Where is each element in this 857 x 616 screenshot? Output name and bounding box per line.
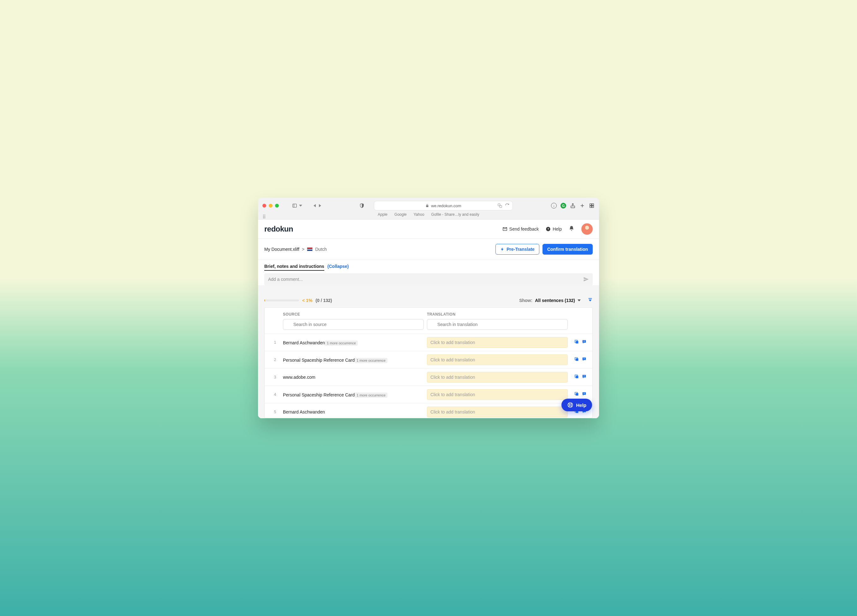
table-row: 5 Bernard Aschwanden Click to add transl… [265,403,592,418]
logo[interactable]: redokun [264,224,293,234]
add-comment-icon[interactable]: + [582,357,587,363]
add-comment-icon[interactable]: + [582,374,587,380]
shield-icon[interactable] [359,203,364,208]
row-number: 5 [270,410,280,414]
translation-input[interactable]: Click to add translation [427,389,568,400]
workspace: < 1% (0 / 132) Show: All sentences (132)… [258,285,599,418]
row-number: 3 [270,375,280,379]
occurrence-badge: 1 more occurrence [354,358,387,363]
add-comment-icon[interactable]: + [582,392,587,398]
progress-percent: < 1% [302,298,312,303]
browser-chrome: we.redokun.com ↓ G Apple Google Yahoo Go… [258,198,599,220]
refresh-icon[interactable] [505,203,509,207]
svg-text:+: + [583,340,585,343]
translation-input[interactable]: Click to add translation [427,372,568,382]
apps-grid-icon[interactable]: ⠿ [262,214,266,220]
favorite-link[interactable]: Google [394,212,407,217]
translation-input[interactable]: Click to add translation [427,354,568,365]
translate-icon[interactable] [497,203,503,208]
search-source-input[interactable] [283,319,424,330]
row-number: 1 [270,340,280,345]
row-number: 4 [270,392,280,397]
scroll-to-top-icon[interactable] [588,297,593,303]
svg-line-37 [571,403,572,404]
source-header: SOURCE [283,312,424,317]
filter-value: All sentences (132) [535,298,575,303]
brief-section: Brief, notes and instructions (Collapse)… [258,260,599,285]
tabs-overview-icon[interactable] [589,203,595,209]
copy-icon[interactable] [574,392,579,398]
help-link[interactable]: ? Help [546,226,562,232]
maximize-window-icon[interactable] [275,204,279,207]
downloads-icon[interactable]: ↓ [551,203,557,209]
confirm-translation-label: Confirm translation [547,247,588,252]
question-circle-icon: ? [546,226,551,232]
document-subbar: My Document.xliff > Dutch Pre-Translate … [258,239,599,260]
translation-input[interactable]: Click to add translation [427,407,568,417]
filter-label: Show: [519,298,532,303]
copy-icon[interactable] [574,339,579,345]
url-text: we.redokun.com [431,203,461,208]
svg-rect-13 [589,298,592,299]
nav-forward-icon[interactable] [319,204,321,207]
send-feedback-label: Send feedback [509,226,539,232]
svg-rect-24 [575,376,578,378]
confirm-translation-button[interactable]: Confirm translation [543,244,593,255]
favorite-link[interactable]: Apple [377,212,387,217]
table-row: 3 www.adobe.com Click to add translation… [265,368,592,386]
source-text: Personal Spaceship Reference Card1 more … [283,357,424,363]
occurrence-badge: 1 more occurrence [354,393,387,398]
search-translation-input[interactable] [427,319,568,330]
share-icon[interactable] [570,203,575,209]
table-row: 2 Personal Spaceship Reference Card1 mor… [265,351,592,368]
svg-rect-9 [590,206,591,207]
pre-translate-label: Pre-Translate [506,247,535,252]
add-comment-icon[interactable]: + [582,339,587,345]
favorite-link[interactable]: Yahoo [414,212,424,217]
comment-placeholder: Add a comment... [268,277,303,282]
pre-translate-button[interactable]: Pre-Translate [495,244,539,255]
breadcrumb-document[interactable]: My Document.xliff [264,247,299,252]
minimize-window-icon[interactable] [269,204,272,207]
chevron-down-icon[interactable] [299,205,302,207]
comment-input[interactable]: Add a comment... [264,273,593,285]
favorites-bar: Apple Google Yahoo Gofile - Share…ly and… [262,210,595,217]
breadcrumb: My Document.xliff > Dutch [264,247,327,252]
svg-text:+: + [583,392,585,395]
source-text: www.adobe.com [283,375,424,380]
flag-nl-icon [307,248,312,251]
svg-rect-27 [575,393,578,396]
svg-text:+: + [583,357,585,360]
send-feedback-link[interactable]: Send feedback [503,226,539,232]
copy-icon[interactable] [574,374,579,380]
envelope-icon [503,226,507,232]
lifebuoy-icon [567,402,574,408]
favorite-link[interactable]: Gofile - Share…ly and easily [432,212,480,217]
table-row: 1 Bernard Aschwanden1 more occurrence Cl… [265,334,592,351]
table-row: 4 Personal Spaceship Reference Card1 mor… [265,386,592,403]
collapse-toggle[interactable]: (Collapse) [328,264,349,269]
send-icon[interactable] [583,276,589,282]
sidebar-toggle-icon[interactable] [292,203,297,208]
nav-back-icon[interactable] [314,204,316,207]
avatar[interactable] [581,223,593,235]
svg-text:+: + [583,375,585,378]
close-window-icon[interactable] [262,204,266,207]
svg-line-35 [569,403,570,404]
translation-header: TRANSLATION [427,312,568,317]
breadcrumb-separator: > [302,247,305,252]
new-tab-icon[interactable] [579,203,585,209]
filter-control[interactable]: Show: All sentences (132) [519,297,593,303]
notifications-icon[interactable] [569,226,574,233]
help-fab[interactable]: Help [562,399,592,411]
traffic-lights [262,204,279,207]
help-label: Help [552,226,562,232]
browser-window: we.redokun.com ↓ G Apple Google Yahoo Go… [258,198,599,418]
svg-rect-0 [293,204,297,207]
translation-input[interactable]: Click to add translation [427,337,568,348]
grammarly-icon[interactable]: G [560,203,566,209]
copy-icon[interactable] [574,357,579,363]
help-fab-label: Help [576,402,586,408]
svg-line-36 [571,406,572,407]
address-bar[interactable]: we.redokun.com [374,201,513,210]
